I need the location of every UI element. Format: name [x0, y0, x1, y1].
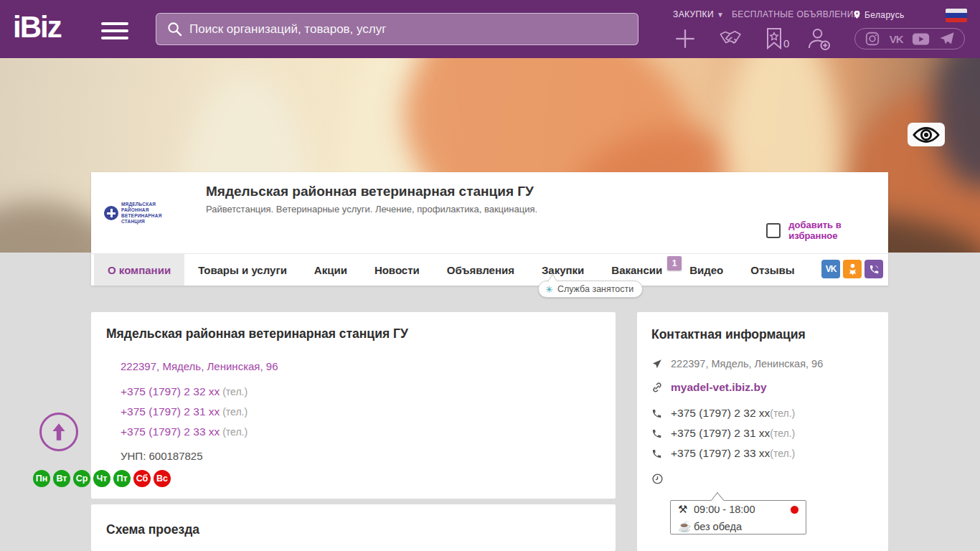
tab-reviews[interactable]: Отзывы [737, 254, 808, 286]
bookmarks-count: 0 [783, 37, 789, 50]
schedule-tooltip: ⚒ 09:00 - 18:00 ☕ без обеда [670, 500, 806, 534]
about-address-link[interactable]: 222397, Мядель, Ленинская, 96 [121, 360, 278, 372]
add-to-favorites[interactable]: добавить в избранное [766, 220, 888, 241]
scroll-to-top-button[interactable] [39, 413, 78, 451]
contact-website[interactable]: myadel-vet.ibiz.by [651, 381, 767, 394]
day-badge[interactable]: Пн [33, 470, 50, 487]
vk-share-icon[interactable]: VK [821, 260, 840, 278]
page: iBiz ЗАКУПКИ▼ БЕСПЛАТНЫЕ ОБЪЯВЛЕНИЯ Бела… [0, 0, 980, 551]
company-social-links: VK [820, 260, 883, 278]
eye-icon [913, 126, 940, 144]
clock-icon [651, 473, 664, 488]
tab-promos[interactable]: Акции [301, 254, 361, 286]
vk-icon[interactable]: VK [890, 33, 903, 45]
work-tools-icon: ⚒ [678, 503, 694, 516]
employment-service-icon: ✳ [545, 284, 553, 295]
bookmark-icon [765, 27, 783, 50]
day-badge[interactable]: Ср [73, 470, 90, 487]
location-pin-icon [852, 9, 862, 20]
tab-products[interactable]: Товары и услуги [184, 254, 301, 286]
header: iBiz ЗАКУПКИ▼ БЕСПЛАТНЫЕ ОБЪЯВЛЕНИЯ Бела… [0, 0, 980, 58]
contact-phone[interactable]: +375 (1797) 2 32 хх (тел.) [651, 407, 795, 420]
vet-cross-icon [104, 206, 118, 220]
contact-address: 222397, Мядель, Ленинская, 96 [651, 358, 823, 369]
phone-icon [651, 448, 664, 459]
tab-about[interactable]: О компании [94, 254, 184, 286]
handshake-icon [718, 29, 747, 49]
day-badge[interactable]: Вт [53, 470, 70, 487]
company-card: МЯДЕЛЬСКАЯ РАЙОННАЯВЕТЕРИНАРНАЯ СТАНЦИЯ … [91, 172, 888, 286]
company-logo: МЯДЕЛЬСКАЯ РАЙОННАЯВЕТЕРИНАРНАЯ СТАНЦИЯ [104, 182, 180, 245]
day-badge[interactable]: Вс [154, 470, 171, 487]
phone-link[interactable]: +375 (1797) 2 32 хх (тел.) [121, 385, 248, 398]
day-badge[interactable]: Сб [133, 470, 151, 487]
phone-icon [651, 408, 664, 419]
favorite-checkbox[interactable] [766, 223, 781, 238]
nav-country[interactable]: Беларусь [852, 9, 905, 20]
chevron-down-icon: ▼ [717, 11, 724, 19]
status-dot [791, 506, 798, 514]
company-name: Мядельская районная ветеринарная станция… [206, 184, 534, 199]
nav-zakupki[interactable]: ЗАКУПКИ▼ [673, 9, 724, 19]
youtube-icon[interactable] [912, 32, 930, 46]
login-button[interactable] [806, 27, 831, 51]
phone-icon [651, 428, 664, 439]
tab-news[interactable]: Новости [361, 254, 433, 286]
tab-ads[interactable]: Объявления [433, 254, 528, 286]
map-card: Схема проезда [91, 504, 616, 551]
phone-link[interactable]: +375 (1797) 2 31 хх (тел.) [121, 405, 248, 418]
favorite-label: добавить в избранное [788, 220, 888, 241]
ok-share-icon[interactable] [843, 260, 862, 278]
search-input[interactable] [189, 22, 638, 37]
partners-button[interactable] [718, 29, 747, 49]
navigation-arrow-icon [651, 359, 664, 369]
lunch-label: без обеда [694, 521, 742, 532]
flag-ru-icon[interactable] [946, 9, 967, 22]
day-badge[interactable]: Чт [93, 470, 110, 487]
ibiz-logo[interactable]: iBiz [13, 10, 61, 44]
accessibility-eye-button[interactable] [908, 123, 945, 146]
map-title: Схема проезда [106, 522, 199, 537]
header-social-links: VK [854, 28, 965, 50]
work-hours: 09:00 - 18:00 [694, 504, 755, 515]
company-unp: УНП: 600187825 [121, 450, 203, 462]
vacancy-tooltip: ✳ Служба занятости [538, 281, 643, 298]
contact-phone[interactable]: +375 (1797) 2 31 хх (тел.) [651, 427, 795, 440]
contact-title: Контактная информация [651, 327, 806, 342]
link-icon [651, 382, 664, 393]
telegram-icon[interactable] [939, 32, 955, 46]
about-title: Мядельская районная ветеринарная станция… [106, 326, 408, 342]
bookmarks-button[interactable] [765, 27, 783, 50]
viber-share-icon[interactable] [864, 260, 883, 278]
nav-free-ads[interactable]: БЕСПЛАТНЫЕ ОБЪЯВЛЕНИЯ [732, 9, 860, 19]
add-user-icon [806, 27, 831, 51]
lunch-cup-icon: ☕ [678, 520, 694, 533]
search-icon [166, 21, 183, 37]
plus-icon [673, 27, 697, 51]
phone-link[interactable]: +375 (1797) 2 33 хх (тел.) [121, 425, 248, 438]
day-badge[interactable]: Пт [113, 470, 131, 487]
tab-video[interactable]: Видео [676, 254, 737, 286]
company-tabs: О компании Товары и услуги Акции Новости… [91, 253, 888, 286]
hamburger-menu-icon[interactable] [101, 22, 128, 39]
add-company-button[interactable] [673, 27, 697, 51]
instagram-icon[interactable] [864, 31, 880, 47]
contact-phone[interactable]: +375 (1797) 2 33 хх (тел.) [651, 447, 795, 460]
arrow-up-icon [50, 421, 68, 443]
company-description: Райветстанция. Ветеринарные услуги. Лече… [206, 204, 537, 215]
search-bar [156, 13, 639, 45]
working-days: Пн Вт Ср Чт Пт Сб Вс [33, 470, 171, 487]
